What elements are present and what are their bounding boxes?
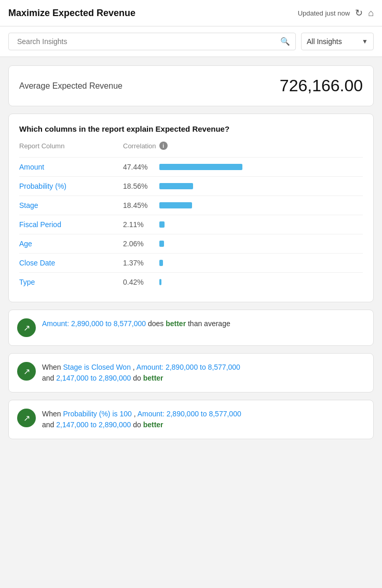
correlation-bar: [159, 260, 163, 266]
insight-text-3: When Probability (%) is 100 , Amount: 2,…: [42, 409, 241, 430]
row-pct: 18.45%: [123, 201, 159, 209]
row-pct: 2.11%: [123, 220, 159, 229]
bar-wrap: [159, 164, 363, 170]
table-row: Fiscal Period 2.11%: [19, 215, 363, 234]
table-row: Type 0.42%: [19, 272, 363, 291]
correlation-card: Which columns in the report explain Expe…: [8, 114, 374, 302]
bar-wrap: [159, 221, 363, 228]
table-row: Age 2.06%: [19, 234, 363, 253]
table-row: Probability (%) 18.56%: [19, 176, 363, 195]
row-name[interactable]: Type: [19, 278, 123, 286]
correlation-bar: [159, 202, 192, 208]
insight-text-1: Amount: 2,890,000 to 8,577,000 does bett…: [42, 318, 230, 329]
correlation-bar: [159, 221, 165, 228]
row-pct: 1.37%: [123, 259, 159, 267]
correlation-bar: [159, 241, 164, 247]
bar-wrap: [159, 202, 363, 208]
insight-text-2: When Stage is Closed Won , Amount: 2,890…: [42, 362, 240, 384]
row-name[interactable]: Close Date: [19, 259, 123, 267]
row-name[interactable]: Stage: [19, 201, 123, 209]
col-header-correlation: Correlation i: [123, 142, 168, 150]
insight-link-2b[interactable]: Amount: 2,890,000 to 8,577,000: [137, 363, 240, 371]
home-icon[interactable]: ⌂: [368, 8, 374, 19]
correlation-title: Which columns in the report explain Expe…: [19, 124, 363, 133]
filter-dropdown[interactable]: All Insights ▼: [301, 33, 374, 50]
search-input[interactable]: [14, 33, 280, 50]
insight-link-3c[interactable]: 2,147,000 to 2,890,000: [56, 421, 131, 429]
bar-wrap: [159, 260, 363, 266]
content-area: Average Expected Revenue 726,166.00 Whic…: [0, 57, 382, 447]
column-headers: Report Column Correlation i: [19, 142, 363, 153]
table-row: Stage 18.45%: [19, 195, 363, 215]
insight-arrow-icon-2: ↗: [17, 362, 36, 381]
page-title: Maximize Expected Revenue: [8, 8, 135, 19]
search-row: 🔍 All Insights ▼: [0, 26, 382, 57]
header: Maximize Expected Revenue Updated just n…: [0, 0, 382, 26]
avg-revenue-label: Average Expected Revenue: [19, 81, 122, 91]
row-name[interactable]: Amount: [19, 163, 123, 171]
insight-card-1: ↗ Amount: 2,890,000 to 8,577,000 does be…: [8, 310, 374, 346]
table-row: Close Date 1.37%: [19, 253, 363, 272]
chevron-down-icon: ▼: [362, 38, 368, 45]
row-pct: 47.44%: [123, 163, 159, 171]
search-input-wrap: 🔍: [8, 33, 296, 50]
insight-link-2a[interactable]: Stage is Closed Won: [63, 363, 130, 371]
insight-card-2: ↗ When Stage is Closed Won , Amount: 2,8…: [8, 353, 374, 393]
insight-link-3b[interactable]: Amount: 2,890,000 to 8,577,000: [138, 410, 241, 418]
col-header-report: Report Column: [19, 142, 123, 150]
filter-label: All Insights: [307, 37, 342, 46]
avg-revenue-value: 726,166.00: [280, 76, 363, 95]
row-name[interactable]: Age: [19, 240, 123, 248]
bar-wrap: [159, 241, 363, 247]
insight-link-3a[interactable]: Probability (%) is 100: [63, 410, 131, 418]
last-updated: Updated just now: [298, 9, 350, 17]
correlation-bar: [159, 164, 242, 170]
row-pct: 18.56%: [123, 182, 159, 190]
insight-arrow-icon-3: ↗: [17, 409, 36, 427]
row-name[interactable]: Probability (%): [19, 182, 123, 190]
search-icon: 🔍: [280, 37, 290, 46]
bar-wrap: [159, 183, 363, 189]
refresh-icon[interactable]: ↻: [355, 7, 363, 19]
bar-wrap: [159, 279, 363, 285]
correlation-bar: [159, 279, 161, 285]
insight-link-2c[interactable]: 2,147,000 to 2,890,000: [56, 374, 131, 382]
insight-card-3: ↗ When Probability (%) is 100 , Amount: …: [8, 400, 374, 439]
insight-link-1a[interactable]: Amount: 2,890,000 to 8,577,000: [42, 319, 146, 328]
insight-arrow-icon-1: ↗: [17, 318, 36, 337]
table-row: Amount 47.44%: [19, 157, 363, 176]
header-actions: Updated just now ↻ ⌂: [298, 7, 374, 19]
row-pct: 2.06%: [123, 240, 159, 248]
correlation-rows: Amount 47.44% Probability (%) 18.56% Sta…: [19, 157, 363, 291]
correlation-bar: [159, 183, 193, 189]
row-name[interactable]: Fiscal Period: [19, 220, 123, 229]
info-icon[interactable]: i: [159, 142, 168, 150]
avg-revenue-card: Average Expected Revenue 726,166.00: [8, 65, 374, 106]
row-pct: 0.42%: [123, 278, 159, 286]
